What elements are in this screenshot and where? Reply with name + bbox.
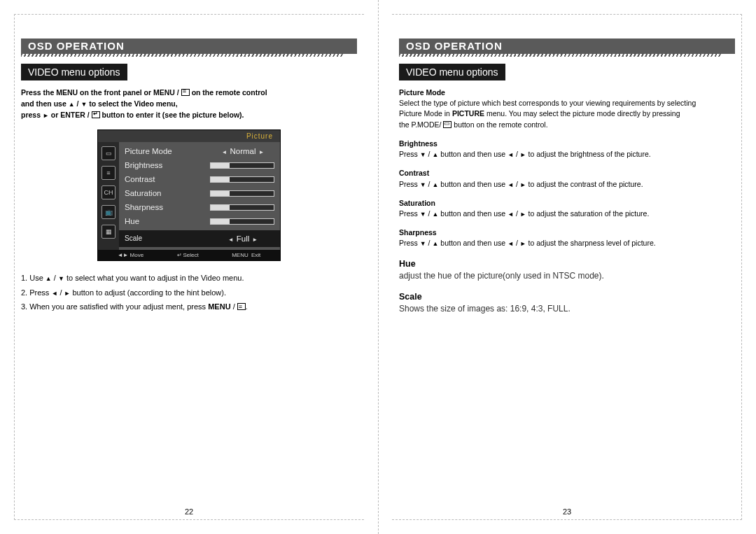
down-triangle-icon: ▼ <box>420 150 426 160</box>
def-hue: Hue adjust the hue of the picture(only u… <box>399 258 735 283</box>
osd-footer: ◄►Move ↵Select MENU Exit <box>98 250 280 260</box>
page-23: OSD OPERATION VIDEO menu options Picture… <box>378 0 756 534</box>
up-triangle-icon: ▲ <box>432 181 438 190</box>
right-triangle-icon: ► <box>520 181 526 190</box>
left-triangle-icon: ◄ <box>507 150 514 160</box>
subheading: VIDEO menu options <box>21 64 127 80</box>
step-2: 2. Press ◄ / ► button to adjust (accordi… <box>21 286 357 300</box>
page-number: 22 <box>21 507 357 516</box>
page-22: OSD OPERATION VIDEO menu options Press t… <box>0 0 378 534</box>
left-triangle-icon: ◄ <box>507 239 514 248</box>
step-3: 3. When you are satisfied with your adju… <box>21 300 357 314</box>
def-brightness: Brightness Press ▼ / ▲ button and then u… <box>399 139 735 160</box>
osd-row-scale: Scale ◄Full► <box>119 230 280 247</box>
def-sharpness: Sharpness Press ▼ / ▲ button and then us… <box>399 227 735 248</box>
setup-tab-icon: ▦ <box>102 225 115 239</box>
up-triangle-icon: ▲ <box>432 210 438 219</box>
up-triangle-icon: ▲ <box>69 100 75 109</box>
definitions: Picture Mode Select the type of picture … <box>399 87 735 316</box>
osd-title: Picture <box>98 130 280 142</box>
section-banner: OSD OPERATION <box>21 38 357 58</box>
down-triangle-icon: ▼ <box>420 239 426 248</box>
osd-row-sharpness: Sharpness <box>125 202 274 213</box>
right-triangle-icon: ► <box>64 288 71 300</box>
pmode-icon <box>443 121 451 128</box>
subheading: VIDEO menu options <box>399 64 505 80</box>
channel-tab-icon: CH <box>102 185 115 199</box>
step-1: 1. Use ▲ / ▼ to select what you want to … <box>21 271 357 286</box>
banner-text: OSD OPERATION <box>406 38 503 54</box>
def-saturation: Saturation Press ▼ / ▲ button and then u… <box>399 198 735 219</box>
left-triangle-icon: ◄ <box>51 288 57 300</box>
tv-tab-icon: 📺 <box>102 205 115 219</box>
audio-tab-icon: ≡ <box>102 166 115 180</box>
osd-row-saturation: Saturation <box>125 188 274 199</box>
section-banner: OSD OPERATION <box>399 38 735 58</box>
def-picture-mode: Picture Mode Select the type of picture … <box>399 87 735 130</box>
menu-icon <box>181 89 190 96</box>
right-triangle-icon: ► <box>520 210 526 219</box>
up-triangle-icon: ▲ <box>46 273 52 285</box>
down-triangle-icon: ▼ <box>58 273 64 285</box>
menu-icon <box>237 303 246 310</box>
intro-line1a: Press the MENU on the front panel or MEN… <box>21 88 175 97</box>
picture-tab-icon: ▭ <box>102 146 115 160</box>
right-triangle-icon: ► <box>43 111 49 120</box>
right-triangle-icon: ► <box>520 239 526 248</box>
steps-list: 1. Use ▲ / ▼ to select what you want to … <box>21 271 357 315</box>
left-triangle-icon: ◄ <box>507 181 514 190</box>
down-triangle-icon: ▼ <box>420 181 426 190</box>
enter-icon <box>92 111 100 118</box>
down-triangle-icon: ▼ <box>420 210 426 219</box>
page-number: 23 <box>399 507 735 516</box>
up-triangle-icon: ▲ <box>432 239 438 248</box>
def-scale: Scale Shows the size of images as: 16:9,… <box>399 290 735 316</box>
osd-tab-icons: ▭ ≡ CH 📺 ▦ <box>98 142 119 250</box>
def-contrast: Contrast Press ▼ / ▲ button and then use… <box>399 168 735 189</box>
osd-row-contrast: Contrast <box>125 174 274 185</box>
osd-row-hue: Hue <box>125 216 274 227</box>
down-triangle-icon: ▼ <box>80 100 87 109</box>
left-triangle-icon: ◄ <box>507 210 514 219</box>
up-triangle-icon: ▲ <box>432 150 438 160</box>
osd-row-brightness: Brightness <box>125 160 274 171</box>
banner-text: OSD OPERATION <box>28 38 125 54</box>
right-triangle-icon: ► <box>520 150 526 160</box>
osd-screenshot: Picture ▭ ≡ CH 📺 ▦ Picture Mode ◄Normal►… <box>97 129 281 261</box>
intro-text: Press the MENU on the front panel or MEN… <box>21 87 357 121</box>
intro-line1b: on the remote control <box>192 88 267 97</box>
osd-row-picture-mode: Picture Mode ◄Normal► <box>125 146 274 157</box>
